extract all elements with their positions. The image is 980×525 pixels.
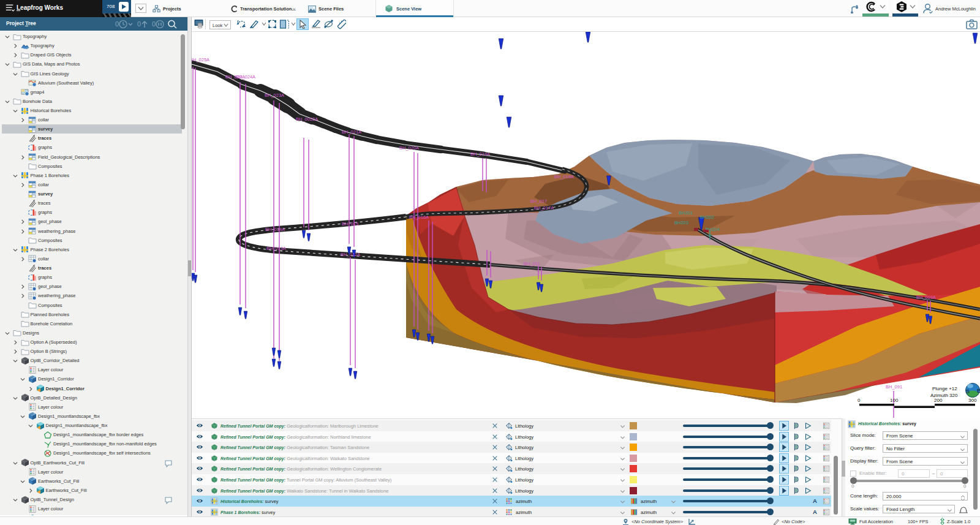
svg-text:BH_014A: BH_014A xyxy=(265,227,285,232)
svg-text:BH_016A: BH_016A xyxy=(409,214,429,220)
svg-text:300: 300 xyxy=(968,398,977,403)
svg-text:BH_0022A: BH_0022A xyxy=(296,116,318,122)
svg-text:BH_009A: BH_009A xyxy=(916,295,936,300)
svg-text:BH_091: BH_091 xyxy=(886,384,902,390)
svg-text:0: 0 xyxy=(115,20,119,28)
svg-text:0: 0 xyxy=(137,20,141,28)
svg-text:BH_015: BH_015 xyxy=(342,221,358,227)
svg-text:BH202: BH202 xyxy=(700,214,714,220)
svg-text:Azimuth 320: Azimuth 320 xyxy=(930,393,958,398)
svg-text:E: E xyxy=(977,388,980,394)
svg-text:0: 0 xyxy=(152,20,156,28)
svg-text:BH201: BH201 xyxy=(679,210,693,216)
svg-text:0: 0 xyxy=(858,398,861,403)
svg-text:BH_017: BH_017 xyxy=(530,198,547,204)
svg-text:Plunge +12: Plunge +12 xyxy=(932,386,957,391)
svg-text:S: S xyxy=(966,388,970,395)
svg-text:BH203: BH203 xyxy=(674,220,688,225)
svg-text:BH_019A: BH_019A xyxy=(470,151,490,157)
svg-text:100: 100 xyxy=(890,398,899,403)
svg-text:BH_023A: BH_023A xyxy=(265,93,284,98)
svg-text:BH_012A: BH_012A xyxy=(341,252,360,257)
svg-text:BH_021A: BH_021A xyxy=(342,129,361,135)
svg-text:BH_017A: BH_017A xyxy=(534,205,554,211)
svg-text:BH_011: BH_011 xyxy=(524,261,540,266)
svg-text:BH_013A: BH_013A xyxy=(266,246,286,251)
svg-text:200: 200 xyxy=(934,398,943,403)
svg-text:BH_018A: BH_018A xyxy=(554,174,574,179)
svg-text:BH_024A: BH_024A xyxy=(236,74,255,80)
svg-text:BH_020A: BH_020A xyxy=(399,145,419,151)
svg-text:BH_025A: BH_025A xyxy=(192,57,209,62)
